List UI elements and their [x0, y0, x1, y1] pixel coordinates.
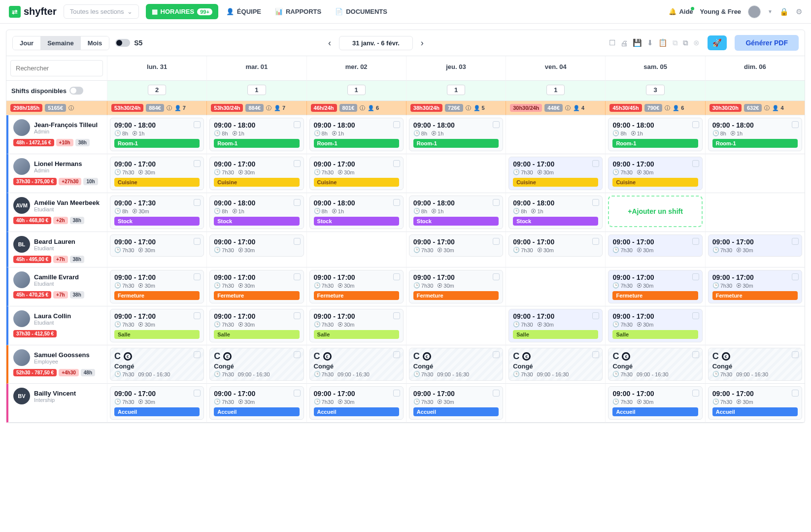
shift-cell[interactable]: 09:00 - 17:00 🕒7h30⦿30m Accueil	[206, 384, 306, 423]
shift-cell[interactable]: 09:00 - 18:00 🕒8h⦿1h Stock	[306, 193, 406, 232]
shift-cell[interactable]: 09:00 - 18:00 🕒8h⦿1h Room-1	[605, 115, 705, 154]
leave-card[interactable]: C€ Congé 🕒7h3009:00 - 16:30	[309, 348, 404, 381]
shift-card[interactable]: 09:00 - 17:00 🕒7h30⦿30m Accueil	[608, 386, 702, 420]
shift-card[interactable]: 09:00 - 18:00 🕒8h⦿1h Room-1	[608, 118, 702, 151]
info-icon[interactable]: ⓘ	[764, 104, 770, 112]
shift-card[interactable]: 09:00 - 18:00 🕒8h⦿1h Room-1	[209, 118, 304, 151]
available-count-6[interactable]	[705, 81, 805, 101]
shift-card[interactable]: 09:00 - 17:00 🕒7h30⦿30m	[608, 234, 702, 257]
view-week[interactable]: Semaine	[40, 36, 80, 50]
duplicate-icon[interactable]: ⧉	[683, 38, 688, 47]
download-icon[interactable]: ⬇	[647, 38, 653, 47]
empty-cell[interactable]	[306, 232, 406, 267]
shift-card[interactable]: 09:00 - 18:00 🕒8h⦿1h Stock	[309, 196, 404, 229]
shift-card[interactable]: 09:00 - 17:00 🕒7h30⦿30m Accueil	[209, 386, 304, 420]
shift-card[interactable]: 09:00 - 17:30 🕒8h⦿30m Stock	[110, 196, 204, 229]
shift-cell[interactable]: 09:00 - 17:00 🕒7h30⦿30m Salle	[206, 306, 306, 345]
empty-cell[interactable]	[705, 193, 805, 232]
available-toggle[interactable]	[69, 87, 83, 95]
shift-cell[interactable]: 09:00 - 17:00 🕒7h30⦿30m Cuisine	[206, 154, 306, 193]
shift-checkbox[interactable]	[393, 273, 400, 280]
shift-card[interactable]: 09:00 - 17:00 🕒7h30⦿30m Fermeture	[110, 270, 204, 303]
shift-checkbox[interactable]	[592, 160, 599, 167]
shift-cell[interactable]: C€ Congé 🕒7h3009:00 - 16:30	[306, 345, 406, 384]
empty-cell[interactable]	[506, 115, 605, 154]
account-name[interactable]: Young & Free	[700, 8, 742, 15]
shift-card[interactable]: 09:00 - 18:00 🕒8h⦿1h Stock	[508, 196, 603, 229]
shift-card[interactable]: 09:00 - 17:00 🕒7h30⦿30m Salle	[508, 309, 603, 342]
empty-cell[interactable]	[406, 306, 506, 345]
shift-cell[interactable]: C€ Congé 🕒7h3009:00 - 16:30	[506, 345, 605, 384]
shift-cell[interactable]: 09:00 - 17:00 🕒7h30⦿30m Fermeture	[406, 267, 506, 306]
shift-cell[interactable]: 09:00 - 18:00 🕒8h⦿1h Room-1	[406, 115, 506, 154]
next-week-button[interactable]: ›	[417, 36, 428, 50]
checkbox-icon[interactable]: ☐	[609, 38, 615, 47]
shift-cell[interactable]: 09:00 - 17:00 🕒7h30⦿30m Salle	[306, 306, 406, 345]
shift-card[interactable]: 09:00 - 17:00 🕒7h30⦿30m Salle	[309, 309, 404, 342]
shift-cell[interactable]: C€ Congé 🕒7h3009:00 - 16:30	[206, 345, 306, 384]
prev-week-button[interactable]: ‹	[324, 36, 335, 50]
date-range[interactable]: 31 janv. - 6 févr.	[339, 36, 413, 50]
shift-cell[interactable]: C€ Congé 🕒7h3009:00 - 16:30	[107, 345, 206, 384]
shift-checkbox[interactable]	[792, 273, 799, 280]
shift-checkbox[interactable]	[294, 351, 301, 358]
shift-card[interactable]: 09:00 - 18:00 🕒8h⦿1h Room-1	[110, 118, 204, 151]
shift-card[interactable]: 09:00 - 17:00 🕒7h30⦿30m Cuisine	[110, 157, 204, 190]
shift-card[interactable]: 09:00 - 17:00 🕒7h30⦿30m	[110, 234, 204, 257]
shift-cell[interactable]: 09:00 - 17:00 🕒7h30⦿30m Accueil	[306, 384, 406, 423]
shift-checkbox[interactable]	[692, 312, 699, 319]
shift-card[interactable]: 09:00 - 18:00 🕒8h⦿1h Stock	[409, 196, 503, 229]
shift-checkbox[interactable]	[493, 199, 500, 206]
search-input[interactable]	[10, 60, 103, 76]
shift-checkbox[interactable]	[194, 121, 201, 128]
shift-card[interactable]: 09:00 - 17:00 🕒7h30⦿30m Cuisine	[508, 157, 603, 190]
shift-cell[interactable]: 09:00 - 18:00 🕒8h⦿1h Room-1	[705, 115, 805, 154]
shift-card[interactable]: 09:00 - 18:00 🕒8h⦿1h Room-1	[409, 118, 503, 151]
shift-cell[interactable]: 09:00 - 17:00 🕒7h30⦿30m Cuisine	[306, 154, 406, 193]
shift-checkbox[interactable]	[194, 390, 201, 397]
shift-card[interactable]: 09:00 - 17:00 🕒7h30⦿30m	[708, 234, 802, 257]
publish-button[interactable]: 🚀	[708, 35, 727, 50]
shift-card[interactable]: 09:00 - 17:00 🕒7h30⦿30m	[209, 234, 304, 257]
shift-card[interactable]: 09:00 - 17:00 🕒7h30⦿30m Fermeture	[309, 270, 404, 303]
lock-icon[interactable]: 🔒	[779, 7, 789, 16]
shift-cell[interactable]: 09:00 - 17:00 🕒7h30⦿30m Salle	[605, 306, 705, 345]
shift-checkbox[interactable]	[792, 121, 799, 128]
shift-cell[interactable]: 09:00 - 17:00 🕒7h30⦿30m Fermeture	[705, 267, 805, 306]
shift-checkbox[interactable]	[692, 390, 699, 397]
shift-checkbox[interactable]	[493, 238, 500, 245]
shift-cell[interactable]: 09:00 - 17:00 🕒7h30⦿30m	[705, 232, 805, 267]
shift-cell[interactable]: 09:00 - 17:00 🕒7h30⦿30m Fermeture	[206, 267, 306, 306]
nav-rapports[interactable]: 📊 RAPPORTS	[269, 4, 327, 19]
account-avatar[interactable]	[748, 5, 761, 18]
shift-cell[interactable]: 09:00 - 17:00 🕒7h30⦿30m Cuisine	[107, 154, 206, 193]
shift-cell[interactable]: 09:00 - 17:30 🕒8h⦿30m Stock	[107, 193, 206, 232]
print-icon[interactable]: 🖨	[620, 39, 628, 47]
shift-checkbox[interactable]	[592, 312, 599, 319]
shift-checkbox[interactable]	[393, 390, 400, 397]
leave-card[interactable]: C€ Congé 🕒7h3009:00 - 16:30	[508, 348, 603, 381]
shift-cell[interactable]: 09:00 - 17:00 🕒7h30⦿30m Accueil	[705, 384, 805, 423]
leave-card[interactable]: C€ Congé 🕒7h3009:00 - 16:30	[209, 348, 304, 381]
chevron-down-icon[interactable]: ▼	[768, 9, 773, 14]
shift-card[interactable]: 09:00 - 17:00 🕒7h30⦿30m Accueil	[110, 386, 204, 420]
shift-card[interactable]: 09:00 - 18:00 🕒8h⦿1h Room-1	[309, 118, 404, 151]
save-icon[interactable]: 💾	[633, 38, 642, 47]
nav-documents[interactable]: 📄 DOCUMENTS	[329, 4, 393, 19]
sections-dropdown[interactable]: Toutes les sections ⌄	[64, 4, 139, 19]
shift-card[interactable]: 09:00 - 17:00 🕒7h30⦿30m Salle	[209, 309, 304, 342]
shift-checkbox[interactable]	[493, 351, 500, 358]
person-cell-4[interactable]: Camille EvrardEtudiant 45h - 470,25 €+7h…	[6, 267, 107, 306]
add-shift-cell[interactable]: +Ajouter un shift	[605, 193, 705, 232]
shift-checkbox[interactable]	[194, 238, 201, 245]
nav-horaires[interactable]: ▦ HORAIRES 99+	[146, 4, 218, 19]
shift-cell[interactable]: 09:00 - 17:00 🕒7h30⦿30m Accueil	[406, 384, 506, 423]
person-cell-6[interactable]: Samuel GoossensEmployee 52h30 - 787,50 €…	[6, 345, 107, 384]
person-cell-5[interactable]: Laura CollinEtudiant 37h30 - 412,50 €	[6, 306, 107, 345]
shift-card[interactable]: 09:00 - 17:00 🕒7h30⦿30m Accueil	[409, 386, 503, 420]
person-cell-3[interactable]: BL Beard LaurenEtudiant 45h - 495,00 €+7…	[6, 232, 107, 267]
shift-checkbox[interactable]	[393, 351, 400, 358]
info-icon[interactable]: ⓘ	[360, 104, 365, 112]
shift-cell[interactable]: 09:00 - 18:00 🕒8h⦿1h Stock	[506, 193, 605, 232]
available-count-0[interactable]: 2	[107, 81, 206, 101]
